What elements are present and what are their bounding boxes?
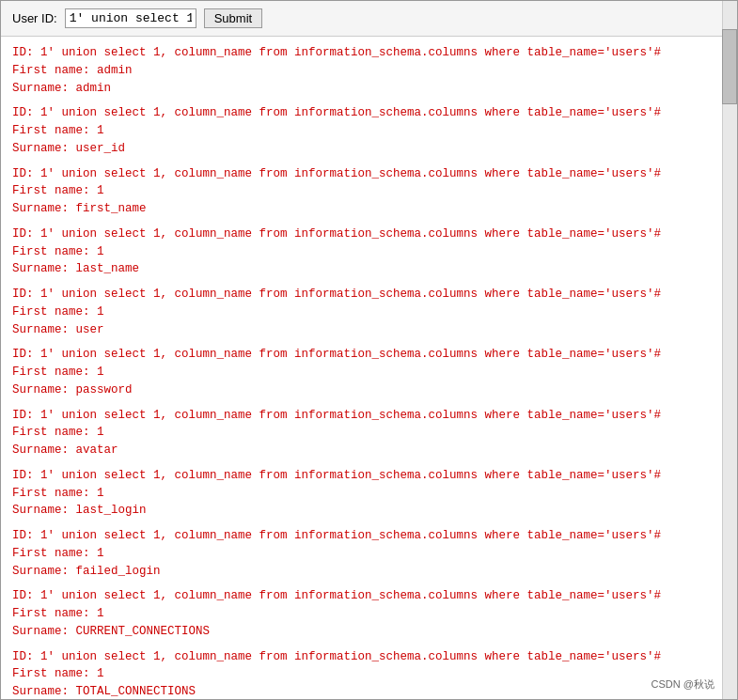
result-id-line: ID: 1' union select 1, column_name from …: [12, 648, 726, 666]
result-firstname: First name: 1: [12, 605, 726, 623]
watermark: CSDN @秋说: [652, 677, 714, 692]
result-block: ID: 1' union select 1, column_name from …: [12, 346, 726, 398]
result-id-line: ID: 1' union select 1, column_name from …: [12, 44, 726, 62]
result-id-line: ID: 1' union select 1, column_name from …: [12, 407, 726, 425]
scrollbar-thumb[interactable]: [722, 29, 737, 104]
result-block: ID: 1' union select 1, column_name from …: [12, 165, 726, 218]
result-firstname: First name: 1: [12, 665, 726, 683]
result-block: ID: 1' union select 1, column_name from …: [12, 587, 726, 640]
result-surname: Surname: TOTAL_CONNECTIONS: [12, 683, 726, 699]
result-surname: Surname: first_name: [12, 200, 726, 218]
result-surname: Surname: CURRENT_CONNECTIONS: [12, 623, 726, 641]
result-firstname: First name: 1: [12, 122, 726, 140]
result-block: ID: 1' union select 1, column_name from …: [12, 104, 726, 157]
result-block: ID: 1' union select 1, column_name from …: [12, 407, 726, 459]
result-firstname: First name: 1: [12, 303, 726, 321]
submit-button[interactable]: Submit: [204, 8, 262, 28]
top-bar: User ID: Submit: [1, 1, 737, 37]
result-surname: Surname: password: [12, 381, 726, 399]
result-block: ID: 1' union select 1, column_name from …: [12, 467, 726, 520]
result-block: ID: 1' union select 1, column_name from …: [12, 44, 726, 97]
result-firstname: First name: admin: [12, 62, 726, 80]
result-id-line: ID: 1' union select 1, column_name from …: [12, 226, 726, 243]
result-firstname: First name: 1: [12, 182, 726, 200]
result-id-line: ID: 1' union select 1, column_name from …: [12, 467, 726, 485]
main-container: User ID: Submit ID: 1' union select 1, c…: [0, 0, 738, 700]
result-firstname: First name: 1: [12, 364, 726, 381]
result-firstname: First name: 1: [12, 485, 726, 503]
result-id-line: ID: 1' union select 1, column_name from …: [12, 286, 726, 303]
result-firstname: First name: 1: [12, 243, 726, 261]
result-block: ID: 1' union select 1, column_name from …: [12, 286, 726, 338]
result-surname: Surname: avatar: [12, 442, 726, 459]
content-area: ID: 1' union select 1, column_name from …: [1, 37, 737, 699]
result-block: ID: 1' union select 1, column_name from …: [12, 226, 726, 278]
user-id-input[interactable]: [65, 8, 196, 28]
result-id-line: ID: 1' union select 1, column_name from …: [12, 104, 726, 122]
result-id-line: ID: 1' union select 1, column_name from …: [12, 346, 726, 364]
result-surname: Surname: admin: [12, 80, 726, 98]
result-firstname: First name: 1: [12, 545, 726, 563]
result-firstname: First name: 1: [12, 424, 726, 442]
result-surname: Surname: last_name: [12, 260, 726, 278]
result-surname: Surname: user_id: [12, 140, 726, 158]
user-id-label: User ID:: [12, 11, 57, 25]
result-surname: Surname: failed_login: [12, 563, 726, 581]
result-id-line: ID: 1' union select 1, column_name from …: [12, 587, 726, 605]
result-id-line: ID: 1' union select 1, column_name from …: [12, 527, 726, 545]
result-block: ID: 1' union select 1, column_name from …: [12, 527, 726, 580]
result-block: ID: 1' union select 1, column_name from …: [12, 648, 726, 700]
result-id-line: ID: 1' union select 1, column_name from …: [12, 165, 726, 183]
scrollbar[interactable]: [722, 1, 737, 699]
result-surname: Surname: user: [12, 321, 726, 339]
result-surname: Surname: last_login: [12, 502, 726, 520]
